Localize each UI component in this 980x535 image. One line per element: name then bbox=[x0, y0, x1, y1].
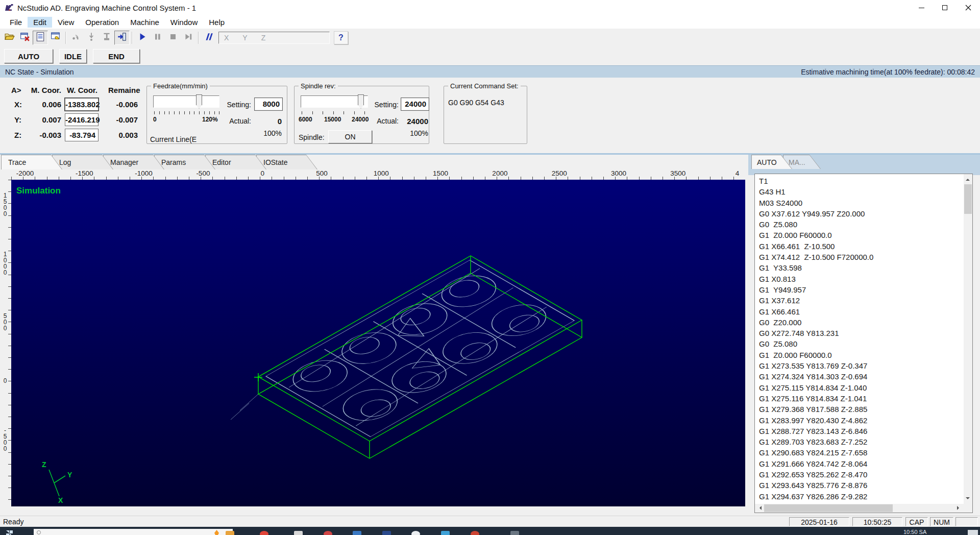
simulation-label: Simulation bbox=[16, 186, 61, 196]
scroll-left-button[interactable] bbox=[755, 504, 763, 513]
show-manager-window-button[interactable] bbox=[48, 31, 63, 45]
gcode-line: G1 X290.683 Y824.215 Z-7.658 bbox=[759, 447, 963, 458]
feedrate-setting-value[interactable]: 8000 bbox=[254, 98, 283, 111]
start-button[interactable] bbox=[135, 31, 150, 45]
work-coord-value[interactable]: -1383.802 bbox=[65, 98, 99, 111]
set-workpiece-origin-button bbox=[84, 31, 99, 45]
menu-machine[interactable]: Machine bbox=[125, 17, 165, 28]
scroll-down-button[interactable] bbox=[964, 496, 972, 504]
taskbar-notes-icon[interactable] bbox=[294, 531, 303, 535]
horizontal-scroll-thumb[interactable] bbox=[764, 504, 893, 512]
horizontal-scrollbar[interactable] bbox=[755, 504, 964, 513]
taskbar-blue-app-icon[interactable] bbox=[353, 531, 361, 535]
gcode-line: G1 X294.637 Y826.286 Z-9.282 bbox=[759, 491, 963, 502]
arrow-up-icon bbox=[966, 177, 970, 181]
machine-coord-value: 0.007 bbox=[30, 115, 61, 124]
feedrate-slider-track[interactable] bbox=[153, 95, 219, 108]
show-trace-window-button[interactable] bbox=[33, 31, 48, 45]
feedrate-group: Feedrate(mm/min) 0 120% Setting: 8000 Ac… bbox=[146, 86, 287, 144]
gcode-line: G0 Z5.080 bbox=[759, 338, 963, 349]
mode-idle-button[interactable]: IDLE bbox=[59, 49, 87, 63]
folder-open-icon bbox=[5, 32, 15, 44]
spindle-setting-value[interactable]: 24000 bbox=[401, 98, 429, 111]
gcode-line: G1 Z0.000 F60000.0 bbox=[759, 230, 963, 240]
toolbar-separator bbox=[198, 32, 199, 44]
tab-label: AUTO bbox=[752, 155, 792, 169]
feedrate-setting-label: Setting: bbox=[213, 101, 251, 109]
gcode-listbox[interactable]: T1G43 H1M03 S24000G0 X37.612 Y949.957 Z2… bbox=[754, 174, 973, 513]
ruler-label-h: -1500 bbox=[76, 169, 93, 177]
work-coord-value[interactable]: -2416.219 bbox=[65, 113, 99, 126]
status-ready: Ready bbox=[3, 518, 23, 526]
gcode-line: M03 S24000 bbox=[759, 198, 963, 208]
minimize-button[interactable] bbox=[910, 0, 933, 15]
spindle-on-button[interactable]: ON bbox=[328, 130, 372, 143]
mode-end-button[interactable]: END bbox=[93, 49, 140, 63]
taskbar-clock-app-icon[interactable] bbox=[324, 531, 332, 535]
tab-trace[interactable]: Trace bbox=[1, 155, 62, 169]
coord-axis-label: Z: bbox=[14, 131, 21, 139]
taskbar-search-box[interactable] bbox=[34, 529, 233, 535]
ruler-label-h: 3500 bbox=[670, 169, 685, 177]
scroll-right-button[interactable] bbox=[955, 504, 964, 513]
breakpoint-resume-button[interactable] bbox=[201, 31, 216, 45]
spindle-group: Spindle rev: 6000 15000 24000 Setting: 2… bbox=[294, 86, 429, 144]
feedrate-actual-label: Actual: bbox=[213, 117, 251, 125]
close-file-button[interactable] bbox=[17, 31, 33, 45]
menu-file[interactable]: File bbox=[4, 17, 28, 28]
menu-window[interactable]: Window bbox=[165, 17, 203, 28]
taskbar-white-app-icon[interactable] bbox=[411, 531, 420, 535]
menu-help[interactable]: Help bbox=[203, 17, 230, 28]
close-button[interactable] bbox=[957, 0, 980, 15]
menu-view[interactable]: View bbox=[52, 17, 80, 28]
workpiece-wireframe bbox=[258, 256, 582, 458]
coord-axis-label: Y: bbox=[14, 115, 21, 124]
play-icon bbox=[137, 32, 148, 44]
ruler-label-v: 0 bbox=[2, 377, 9, 383]
status-bar: Ready 2025-01-16 10:50:25 CAP NUM bbox=[0, 516, 980, 527]
gcode-line: G1 Z0.000 F60000.0 bbox=[759, 350, 963, 360]
simulation-mode-button[interactable] bbox=[114, 31, 130, 45]
help-button[interactable]: ? bbox=[334, 31, 348, 44]
axes-tripod-icon bbox=[49, 470, 65, 496]
gcode-line: G1 X74.412 Z-10.500 F720000.0 bbox=[759, 252, 963, 262]
command-set-value: G0 G90 G54 G43 bbox=[448, 99, 504, 107]
toolbar-separator bbox=[132, 32, 133, 44]
taskbar-word-icon[interactable] bbox=[382, 531, 391, 535]
scroll-up-button[interactable] bbox=[964, 174, 972, 182]
taskbar-red-app-icon[interactable] bbox=[260, 531, 268, 535]
simulation-canvas[interactable]: Simulation Z Y X bbox=[11, 180, 745, 506]
machine-coord-value: -0.003 bbox=[30, 131, 61, 139]
taskbar-folder-icon[interactable] bbox=[226, 531, 234, 535]
vertical-scroll-thumb[interactable] bbox=[964, 184, 972, 214]
taskbar-gray-app-icon[interactable] bbox=[510, 531, 519, 535]
axis-z-label: Z bbox=[42, 460, 46, 469]
ruler-label-h: -1000 bbox=[135, 169, 153, 177]
status-time: 10:50:25 bbox=[852, 517, 902, 526]
work-coord-value[interactable]: -83.794 bbox=[65, 129, 99, 141]
windows-taskbar[interactable]: 10:50 SA bbox=[0, 527, 980, 535]
menu-edit[interactable]: Edit bbox=[28, 17, 52, 28]
open-file-button[interactable] bbox=[2, 31, 17, 45]
exit-door-icon bbox=[117, 32, 127, 44]
step-forward-icon bbox=[183, 32, 193, 44]
remain-coord-value: -0.006 bbox=[108, 100, 138, 109]
mode-auto-button[interactable]: AUTO bbox=[4, 49, 53, 63]
feedrate-title: Feedrate(mm/min) bbox=[151, 82, 210, 90]
coord-header-axis: A> bbox=[11, 86, 21, 94]
taskbar-skype-icon[interactable] bbox=[441, 531, 450, 535]
start-button-icon[interactable] bbox=[6, 530, 13, 535]
vertical-scrollbar[interactable] bbox=[964, 174, 972, 504]
menu-items: FileEditViewOperationMachineWindowHelp bbox=[4, 17, 230, 28]
status-numlock: NUM bbox=[930, 517, 953, 526]
taskbar-opera-icon[interactable] bbox=[471, 531, 479, 535]
ruler-label-h: 500 bbox=[316, 169, 328, 177]
maximize-button[interactable] bbox=[933, 0, 957, 15]
toolbar-coordinate-display: X Y Z bbox=[218, 32, 330, 44]
gcode-line: G43 H1 bbox=[759, 186, 963, 197]
taskbar-tray-icon[interactable] bbox=[968, 530, 978, 535]
program-tab-auto[interactable]: AUTO bbox=[751, 155, 792, 169]
menu-operation[interactable]: Operation bbox=[80, 17, 125, 28]
signal-down-icon bbox=[86, 32, 96, 44]
close-icon bbox=[965, 5, 971, 11]
